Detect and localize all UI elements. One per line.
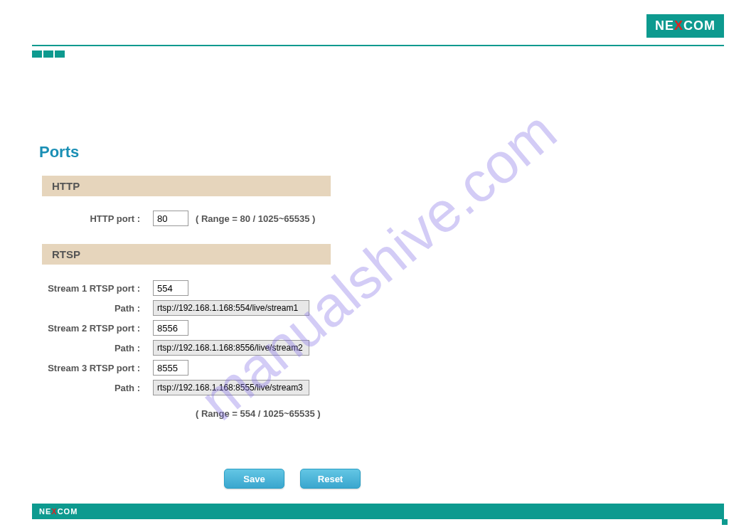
header: NEXCOM: [0, 0, 756, 58]
stream1-path-row: Path :: [39, 296, 331, 316]
http-section: HTTP HTTP port : ( Range = 80 / 1025~655…: [39, 176, 331, 237]
stream3-path-input: [153, 380, 309, 395]
save-button[interactable]: Save: [224, 469, 284, 489]
stream3-path-label: Path :: [39, 383, 153, 393]
stream2-port-label: Stream 2 RTSP port :: [39, 323, 153, 334]
decorative-squares: [32, 50, 724, 58]
stream1-port-label: Stream 1 RTSP port :: [39, 283, 153, 294]
stream1-port-row: Stream 1 RTSP port :: [39, 265, 331, 296]
rtsp-header: RTSP: [39, 244, 331, 265]
reset-button[interactable]: Reset: [300, 469, 361, 489]
http-port-label: HTTP port :: [39, 213, 153, 224]
stream2-port-input[interactable]: [153, 320, 188, 336]
http-range-hint: ( Range = 80 / 1025~65535 ): [196, 213, 315, 224]
stream2-path-row: Path :: [39, 336, 331, 356]
button-row: Save Reset: [39, 469, 717, 489]
brand-logo: NEXCOM: [646, 14, 724, 38]
stream2-path-label: Path :: [39, 343, 153, 353]
footer: NEXCOM: [32, 504, 724, 519]
logo-container: NEXCOM: [32, 14, 724, 45]
http-port-row: HTTP port : ( Range = 80 / 1025~65535 ): [39, 196, 331, 237]
page-title: Ports: [39, 143, 717, 161]
http-port-input[interactable]: [153, 211, 188, 226]
footer-decorative-squares: [713, 511, 728, 525]
stream1-port-input[interactable]: [153, 280, 188, 296]
top-divider: [32, 45, 724, 46]
main-content: Ports HTTP HTTP port : ( Range = 80 / 10…: [0, 58, 756, 489]
stream3-port-row: Stream 3 RTSP port :: [39, 356, 331, 376]
rtsp-range-hint: ( Range = 554 / 1025~65535 ): [39, 395, 331, 419]
stream3-path-row: Path :: [39, 376, 331, 395]
footer-logo: NEXCOM: [39, 507, 78, 516]
stream3-port-input[interactable]: [153, 360, 188, 376]
stream2-path-input: [153, 340, 309, 356]
stream3-port-label: Stream 3 RTSP port :: [39, 363, 153, 373]
footer-bar: NEXCOM: [32, 504, 724, 519]
http-header: HTTP: [39, 176, 331, 196]
rtsp-section: RTSP Stream 1 RTSP port : Path : Stream …: [39, 244, 331, 419]
stream1-path-label: Path :: [39, 303, 153, 314]
stream2-port-row: Stream 2 RTSP port :: [39, 316, 331, 336]
stream1-path-input: [153, 300, 309, 316]
